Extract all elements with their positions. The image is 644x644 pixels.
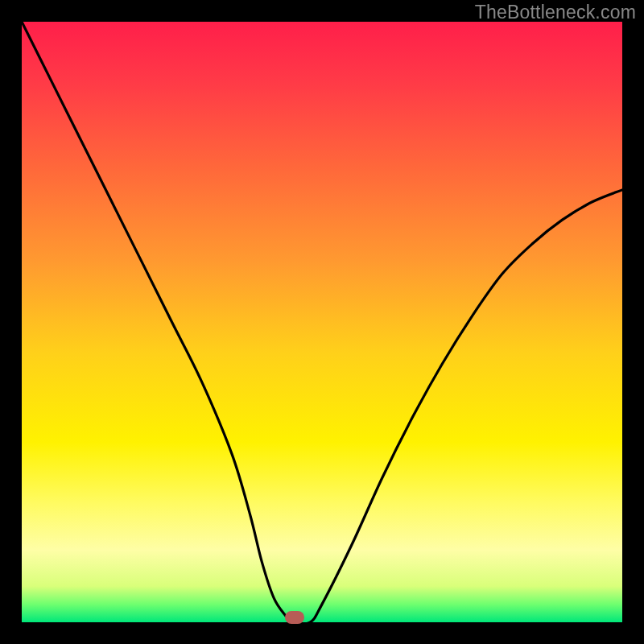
bottleneck-curve	[22, 22, 622, 622]
watermark-text: TheBottleneck.com	[475, 2, 636, 23]
chart-plot-area	[22, 22, 622, 622]
optimal-point-marker	[285, 611, 304, 624]
chart-frame: TheBottleneck.com	[0, 0, 644, 644]
